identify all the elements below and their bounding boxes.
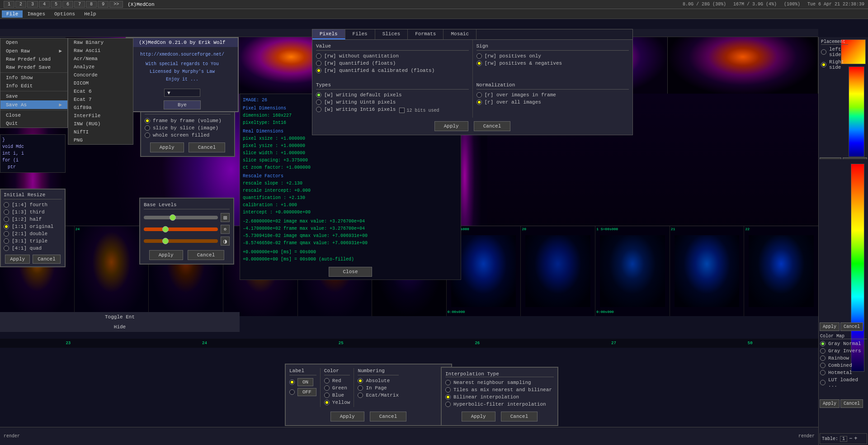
menu-open[interactable]: Open: [0, 38, 67, 47]
slider-icon-2a[interactable]: ⊕: [221, 225, 230, 234]
title-tab-4[interactable]: 4: [39, 1, 50, 8]
off-row[interactable]: OFF: [289, 388, 316, 396]
title-tab-9[interactable]: 9: [98, 1, 108, 8]
menu-raw-predef-save[interactable]: Raw Predef Save: [0, 63, 67, 71]
menu-info-show[interactable]: Info Show: [0, 74, 67, 82]
saveas-analyze[interactable]: Analyze: [68, 63, 133, 71]
radio-gray-inv[interactable]: Gray Invers: [820, 348, 867, 354]
radio-default-pixels[interactable]: [w] writing default pixels: [316, 92, 469, 98]
radio-rainbow[interactable]: Rainbow: [820, 355, 867, 361]
menu-save[interactable]: Save: [0, 92, 67, 100]
12bits-checkbox[interactable]: 12 bits used: [399, 108, 439, 113]
saveas-nifti[interactable]: NifTI: [68, 128, 133, 136]
welcome-bye-row[interactable]: Bye: [127, 99, 238, 111]
plus-btn[interactable]: +: [854, 436, 857, 442]
radio-absolute[interactable]: Absolute: [358, 378, 399, 383]
radio-green[interactable]: Green: [324, 385, 350, 391]
label-color-btns[interactable]: Apply Cancel: [289, 412, 448, 421]
apply-btn-resize[interactable]: Apply: [5, 255, 30, 264]
file-menu[interactable]: Open Open Raw ▶ Raw Predef Load Raw Pred…: [0, 38, 68, 128]
colormap-btns-bottom[interactable]: Apply Cancel: [820, 399, 863, 408]
radio-4-1[interactable]: [4:1] quad: [4, 246, 62, 251]
cancel-btn-color2[interactable]: Cancel: [840, 322, 863, 331]
menu-save-as[interactable]: Save As ▶: [0, 100, 67, 109]
saveas-raw-ascii[interactable]: Raw Ascii: [68, 47, 133, 55]
radio-quantified[interactable]: [rw] quantified (floats): [316, 61, 469, 66]
menu-info-edit[interactable]: Info Edit: [0, 82, 67, 90]
menu-options[interactable]: Options: [50, 10, 80, 18]
title-tab-5[interactable]: 5: [51, 1, 61, 8]
apply-btn-interp[interactable]: Apply: [462, 412, 495, 421]
title-tab-2[interactable]: 2: [15, 1, 26, 8]
radio-int16[interactable]: [w] writing Int16 pixels: [316, 107, 396, 112]
toggle-hide-area[interactable]: Toggle Ent Hide: [0, 312, 240, 332]
minus-btn[interactable]: −: [849, 436, 852, 442]
cancel-btn-base[interactable]: Cancel: [188, 250, 225, 260]
cancel-btn-tabs[interactable]: Cancel: [474, 121, 511, 131]
radio-1-1[interactable]: [1:1] original: [4, 224, 62, 229]
interp-btns[interactable]: Apply Cancel: [445, 412, 554, 421]
saveas-raw-binary[interactable]: Raw Binary: [68, 38, 133, 47]
apply-btn-color2[interactable]: Apply: [820, 322, 840, 331]
btm-scan-2[interactable]: 24: [75, 226, 149, 316]
table-controls[interactable]: Table: 1 − +: [820, 433, 867, 444]
btm-scan-num-22[interactable]: 22: [744, 226, 818, 316]
radio-combined[interactable]: Combined: [820, 363, 867, 368]
close-btn-row[interactable]: Close: [243, 267, 458, 277]
apply-btn-colormap[interactable]: Apply: [820, 399, 840, 408]
tab-formats[interactable]: Formats: [408, 29, 443, 39]
radio-yellow[interactable]: Yellow: [324, 400, 350, 405]
apply-btn-display[interactable]: Apply: [150, 142, 184, 152]
tab-files[interactable]: Files: [345, 29, 375, 39]
cancel-btn-interp[interactable]: Cancel: [501, 412, 538, 421]
tab-mosaic[interactable]: Mosaic: [443, 29, 476, 39]
title-tab-3[interactable]: 3: [27, 1, 38, 8]
saveas-concorde[interactable]: Concorde: [68, 71, 133, 79]
radio-uint8[interactable]: [w] writing Uint8 pixels: [316, 99, 469, 105]
radio-1-3[interactable]: [1:3] third: [4, 209, 62, 215]
radio-2-1[interactable]: [2:1] double: [4, 231, 62, 237]
on-button[interactable]: ON: [297, 378, 313, 386]
radio-quantified-calibrated[interactable]: [rw] quantified & calibrated (floats): [316, 68, 469, 73]
radio-pos-only[interactable]: [rw] positives only: [476, 53, 629, 59]
btm-scan-right2[interactable]: 20: [521, 226, 595, 316]
toggle-btn[interactable]: Toggle Ent: [0, 312, 240, 322]
on-row[interactable]: ON: [289, 378, 316, 386]
tab-slices[interactable]: Slices: [375, 29, 408, 39]
radio-over-all[interactable]: [r] over all images: [476, 99, 629, 105]
radio-bilinear[interactable]: Bilinear interpolation: [445, 394, 554, 400]
radio-frame-by-frame[interactable]: frame by frame (volume): [145, 118, 231, 123]
tabs-apply-row[interactable]: Apply Cancel: [312, 118, 632, 135]
slider-thumb-2[interactable]: [162, 226, 169, 232]
radio-blue[interactable]: Blue: [324, 393, 350, 398]
radio-1-4[interactable]: [1:4] fourth: [4, 202, 62, 208]
radio-slice-by-slice[interactable]: slice by slice (image): [145, 125, 231, 131]
radio-in-page[interactable]: In Page: [358, 385, 399, 391]
title-tab-1[interactable]: 1: [4, 1, 14, 8]
slider-thumb-3[interactable]: [162, 238, 169, 244]
cancel-btn-display[interactable]: Cancel: [189, 142, 226, 152]
on-off-btns[interactable]: ON OFF: [289, 378, 316, 396]
saveas-png[interactable]: PNG: [68, 136, 133, 144]
scan-cell-5[interactable]: [668, 37, 818, 94]
hide-btn[interactable]: Hide: [0, 322, 240, 332]
radio-nearest[interactable]: Nearest neighbour sampling: [445, 380, 554, 385]
bye-button[interactable]: Bye: [164, 100, 201, 109]
saveas-submenu[interactable]: Raw Binary Raw Ascii Acr/Nema Analyze Co…: [68, 38, 133, 145]
welcome-dropdown[interactable]: ▼: [164, 89, 200, 97]
menu-quit[interactable]: Quit: [0, 119, 67, 128]
radio-tiles-mix[interactable]: Tiles as mix nearest and bilinear: [445, 387, 554, 393]
radio-right-side[interactable]: Right side: [821, 59, 848, 70]
radio-hotmetal[interactable]: Hotmetal: [820, 370, 867, 375]
display-pages-btns[interactable]: Apply Cancel: [145, 142, 231, 152]
radio-whole-screen[interactable]: whole screen filled: [145, 133, 231, 138]
cancel-btn-label[interactable]: Cancel: [370, 412, 407, 421]
saveas-gif89a[interactable]: Gif89a: [68, 104, 133, 112]
saveas-acr-nema[interactable]: Acr/Nema: [68, 55, 133, 63]
title-tab-more[interactable]: >>: [109, 1, 123, 8]
slider-icon-1a[interactable]: ⊞: [221, 213, 230, 222]
off-button[interactable]: OFF: [297, 388, 316, 396]
welcome-dropdown-row[interactable]: ▼: [127, 87, 238, 99]
saveas-inw[interactable]: INW (RUG): [68, 120, 133, 128]
btm-scan-right3[interactable]: 1 S=00s000 0:00s000: [595, 226, 670, 316]
